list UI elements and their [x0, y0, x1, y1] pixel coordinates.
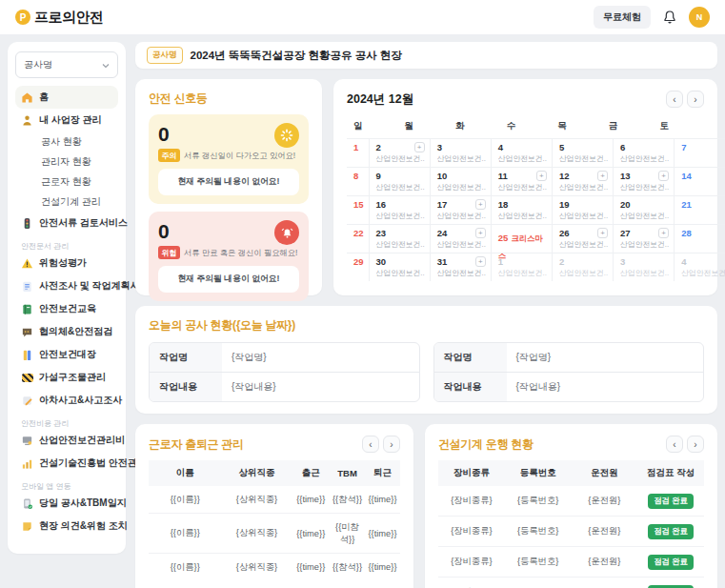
- calendar-day-cell[interactable]: 3산업안전보건..: [430, 138, 491, 167]
- caution-panel: 0 주의 서류 갱신일이 다가오고 있어요! 현재 주의될 내용이 없어요!: [149, 114, 309, 204]
- weekday-label: 금: [602, 115, 654, 138]
- calendar-day-cell[interactable]: 4산업안전보건..: [491, 138, 552, 167]
- app-logo[interactable]: P 프로의안전: [15, 9, 104, 27]
- sidebar-item-pre-survey[interactable]: 사전조사 및 작업계획서: [15, 274, 118, 297]
- calendar-day-cell[interactable]: 5산업안전보건..: [552, 138, 613, 167]
- add-event-button[interactable]: +: [414, 142, 425, 152]
- calendar-day-cell[interactable]: 19산업안전보건..: [552, 195, 613, 224]
- free-trial-button[interactable]: 무료체험: [594, 6, 651, 29]
- table-row: {장비종류}{등록번호}{운전원}점검 완료: [438, 578, 704, 588]
- add-event-button[interactable]: +: [536, 171, 547, 181]
- calendar-day-cell[interactable]: 1: [347, 138, 369, 167]
- calendar-day-cell[interactable]: 2+산업안전보건..: [369, 138, 430, 167]
- calendar-day-cell[interactable]: 2산업안전보건..: [552, 253, 613, 281]
- sidebar-item-manager-status[interactable]: 관리자 현황: [15, 152, 118, 172]
- sidebar-item-temp-structure[interactable]: 가설구조물관리: [15, 366, 118, 389]
- calendar-day-cell[interactable]: 23산업안전보건..: [369, 224, 430, 253]
- sidebar-item-risk-assessment[interactable]: 위험성평가: [15, 252, 118, 274]
- sidebar-item-construction-status[interactable]: 공사 현황: [15, 132, 118, 152]
- calendar-day-cell[interactable]: 18산업안전보건..: [491, 195, 552, 224]
- memo-pencil-icon: [21, 395, 33, 407]
- notification-bell-icon[interactable]: [662, 10, 677, 25]
- hazard-stripe-icon: [21, 372, 33, 384]
- calendar-day-cell[interactable]: 12+산업안전보건..: [552, 167, 613, 195]
- sidebar-item-site-opinion[interactable]: 현장 의견&위험 조치: [15, 515, 118, 537]
- user-icon: [21, 114, 33, 127]
- sidebar-item-my-workplace[interactable]: 내 사업장 관리: [15, 109, 118, 132]
- add-event-button[interactable]: +: [597, 171, 608, 181]
- calendar-day-cell[interactable]: 28: [674, 224, 725, 253]
- worker-prev-button[interactable]: ‹: [362, 436, 379, 453]
- machine-operation-card: 건설기계 운행 현황 ‹ › 장비종류 등록번호 운전원 점검표 작성: [425, 424, 717, 588]
- calendar-day-cell[interactable]: 22: [347, 224, 369, 253]
- calendar-day-cell[interactable]: 17+산업안전보건..: [430, 195, 491, 224]
- sidebar-item-safety-education[interactable]: 안전보건교육: [15, 297, 118, 320]
- work-content-label: 작업내용: [150, 373, 222, 401]
- calendar-day-cell[interactable]: 15: [347, 195, 369, 224]
- calendar-day-cell[interactable]: 6산업안전보건..: [613, 138, 674, 167]
- calendar-day-cell[interactable]: 7: [674, 138, 725, 167]
- calendar-day-cell[interactable]: 31+산업안전보건..: [430, 253, 491, 281]
- project-title-bar: 공사명 2024년 뚝뚝뚝건설공장 현황공유 공사 현장: [135, 42, 717, 69]
- traffic-light-icon: [21, 217, 33, 230]
- calendar-day-cell[interactable]: 27+산업안전보건..: [613, 224, 674, 253]
- calendar-day-cell[interactable]: 8: [347, 167, 369, 195]
- worker-next-button[interactable]: ›: [383, 436, 400, 453]
- sidebar: 공사명 홈 내 사업장 관리 공사 현황 관리자 현황 근로자 현황 건설기계 …: [8, 42, 126, 554]
- calendar-day-cell[interactable]: 24+산업안전보건..: [430, 224, 491, 253]
- add-event-button[interactable]: +: [475, 256, 486, 267]
- table-row: {장비종류}{등록번호}{운전원}점검 완료: [438, 486, 704, 517]
- work-name-value: {작업명}: [507, 343, 704, 372]
- calendar-day-cell[interactable]: 1산업안전보건..: [491, 253, 552, 281]
- calendar-day-cell[interactable]: 26+산업안전보건..: [552, 224, 613, 253]
- top-header: P 프로의안전 무료체험 N: [0, 0, 725, 34]
- add-event-button[interactable]: +: [658, 228, 669, 238]
- sidebar-item-doc-review[interactable]: 안전서류 검토서비스: [15, 212, 118, 234]
- sidebar-item-machine-mgmt[interactable]: 건설기계 관리: [15, 192, 118, 212]
- sidebar-item-near-miss[interactable]: 아차사고&사고조사: [15, 389, 118, 412]
- calendar-day-cell[interactable]: 4산업안전보건..: [674, 253, 725, 281]
- worker-attendance-card: 근로자 출퇴근 관리 ‹ › 이름 상위직종 출근 TBM 퇴근: [135, 424, 413, 588]
- sidebar-item-home[interactable]: 홈: [15, 86, 118, 109]
- sidebar-section-mobile: 모바일 앱 연동: [15, 475, 118, 492]
- machine-next-button[interactable]: ›: [687, 436, 704, 453]
- add-event-button[interactable]: +: [475, 228, 486, 238]
- sidebar-item-council[interactable]: 협의체&안전점검: [15, 320, 118, 343]
- add-event-button[interactable]: +: [475, 199, 486, 210]
- table-row: {{이름}}{상위직종}{{time}}{{미참석}}{{time}}: [149, 514, 400, 554]
- weekday-label: 일: [347, 115, 398, 138]
- sidebar-item-construction-cost[interactable]: 건설기술진흥법 안전관리비: [15, 452, 118, 475]
- work-name-value: {작업명}: [222, 343, 419, 372]
- sidebar-item-safety-ledger[interactable]: 안전보건대장: [15, 343, 118, 366]
- calendar-day-cell[interactable]: 30산업안전보건..: [369, 253, 430, 281]
- calendar-day-cell[interactable]: 13+산업안전보건..: [613, 167, 674, 195]
- ledger-icon: [21, 349, 33, 361]
- add-event-button[interactable]: +: [597, 228, 608, 238]
- calendar-day-cell[interactable]: 20산업안전보건..: [613, 195, 674, 224]
- calendar-prev-button[interactable]: ‹: [666, 91, 683, 108]
- calendar-day-cell-holiday[interactable]: 25크리스마스: [491, 224, 552, 253]
- worker-attendance-table: 이름 상위직종 출근 TBM 퇴근 {{이름}}{상위직종}{{time}}{{…: [149, 460, 400, 580]
- sidebar-item-industrial-cost[interactable]: 산업안전보건관리비: [15, 429, 118, 452]
- table-row: {장비종류}{등록번호}{운전원}점검 완료: [438, 517, 704, 547]
- calendar-day-cell[interactable]: 10산업안전보건..: [430, 167, 491, 195]
- calendar-day-cell[interactable]: 11+산업안전보건..: [491, 167, 552, 195]
- sun-icon: [274, 123, 299, 148]
- table-row: {{이름}}{상위직종}{{time}}{{참석}}{{time}}: [149, 554, 400, 581]
- add-event-button[interactable]: +: [658, 171, 669, 181]
- project-select[interactable]: 공사명: [15, 51, 118, 78]
- sidebar-item-daily-tbm[interactable]: 당일 공사&TBM일지: [15, 492, 118, 515]
- calendar-day-cell[interactable]: 9산업안전보건..: [369, 167, 430, 195]
- sidebar-section-docs: 안전문서 관리: [15, 234, 118, 252]
- calendar-day-cell[interactable]: 16산업안전보건..: [369, 195, 430, 224]
- calendar-day-cell[interactable]: 29: [347, 253, 369, 281]
- sidebar-item-worker-status[interactable]: 근로자 현황: [15, 172, 118, 192]
- machine-prev-button[interactable]: ‹: [666, 436, 683, 453]
- calculator-icon: [21, 435, 33, 447]
- calendar-day-cell[interactable]: 21: [674, 195, 725, 224]
- calendar-day-cell[interactable]: 3산업안전보건..: [613, 253, 674, 281]
- calendar-day-cell[interactable]: 14: [674, 167, 725, 195]
- calendar-next-button[interactable]: ›: [687, 91, 704, 108]
- machine-operation-title: 건설기계 운행 현황: [438, 436, 534, 453]
- user-avatar[interactable]: N: [689, 7, 710, 28]
